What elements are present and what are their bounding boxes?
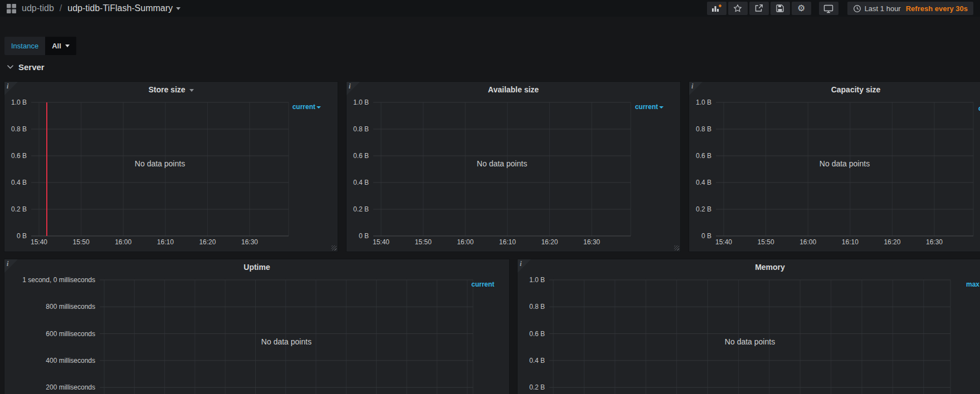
breadcrumb-group[interactable]: udp-tidb bbox=[22, 3, 54, 13]
x-tick-label: 16:10 bbox=[842, 238, 859, 246]
add-panel-icon bbox=[711, 4, 721, 13]
panel-title[interactable]: Store size bbox=[4, 85, 338, 94]
row-header-server[interactable]: Server bbox=[7, 62, 45, 72]
save-button[interactable] bbox=[771, 2, 790, 15]
star-button[interactable] bbox=[728, 2, 748, 15]
y-tick-label: 1.0 B bbox=[11, 98, 27, 106]
share-button[interactable] bbox=[749, 2, 769, 15]
breadcrumb: udp-tidb / udp-tidb-TiFlash-Summary bbox=[7, 3, 181, 13]
y-tick-label: 0.4 B bbox=[696, 179, 711, 186]
legend-current[interactable]: current bbox=[292, 103, 321, 111]
plot-area[interactable]: 1 second, 0 milliseconds800 milliseconds… bbox=[4, 259, 510, 394]
y-tick-label: 0.8 B bbox=[11, 125, 27, 133]
y-tick-label: 0.4 B bbox=[529, 357, 545, 365]
chevron-down-icon bbox=[7, 65, 14, 70]
panel-resize-handle[interactable] bbox=[674, 245, 679, 250]
y-tick-label: 0.4 B bbox=[353, 179, 369, 186]
y-tick-label: 0 B bbox=[17, 232, 27, 240]
settings-button[interactable]: ⚙ bbox=[792, 2, 811, 15]
x-tick-label: 15:50 bbox=[73, 238, 90, 246]
panel-capacity-size: 1.0 B0.8 B0.6 B0.4 B0.2 B0 B15:4015:5016… bbox=[689, 81, 980, 252]
legend-current[interactable]: current bbox=[471, 280, 494, 288]
chevron-down-icon bbox=[659, 106, 664, 109]
y-tick-label: 0.8 B bbox=[353, 125, 369, 133]
x-tick-label: 15:50 bbox=[758, 238, 774, 246]
plot-area[interactable]: 1.0 B0.8 B0.6 B0.4 B0.2 B bbox=[518, 259, 980, 394]
y-tick-label: 0.2 B bbox=[11, 205, 27, 213]
panel-available-size: 1.0 B0.8 B0.6 B0.4 B0.2 B0 B15:4015:5016… bbox=[346, 81, 681, 252]
x-tick-label: 15:40 bbox=[373, 238, 389, 246]
variable-label: Instance bbox=[4, 37, 45, 55]
time-picker-button[interactable]: Last 1 hour Refresh every 30s bbox=[847, 2, 973, 15]
y-tick-label: 400 milliseconds bbox=[46, 357, 95, 365]
x-tick-label: 16:20 bbox=[884, 238, 900, 246]
panel-title[interactable]: Memory bbox=[518, 263, 980, 272]
chevron-down-icon bbox=[316, 106, 321, 109]
cycle-view-button[interactable] bbox=[819, 2, 838, 15]
panel-resize-handle[interactable] bbox=[331, 245, 337, 250]
plot-area[interactable]: 1.0 B0.8 B0.6 B0.4 B0.2 B0 B15:4015:5016… bbox=[4, 82, 338, 252]
x-tick-label: 16:00 bbox=[799, 238, 816, 246]
y-tick-label: 0 B bbox=[359, 232, 369, 240]
panel-store-size: 1.0 B0.8 B0.6 B0.4 B0.2 B0 B15:4015:5016… bbox=[4, 81, 338, 252]
x-tick-label: 15:40 bbox=[715, 238, 732, 246]
star-icon bbox=[733, 4, 742, 13]
navbar-toolbar: ⚙ Last 1 hour Refresh every 30s bbox=[705, 2, 973, 15]
template-variables-row: Instance All bbox=[4, 37, 76, 55]
plot-area[interactable]: 1.0 B0.8 B0.6 B0.4 B0.2 B0 B15:4015:5016… bbox=[689, 82, 980, 252]
variable-value-text: All bbox=[52, 42, 61, 50]
y-tick-label: 1.0 B bbox=[353, 98, 369, 106]
refresh-interval-label: Refresh every 30s bbox=[906, 4, 968, 13]
add-panel-button[interactable] bbox=[707, 2, 727, 15]
x-tick-label: 15:50 bbox=[415, 238, 432, 246]
panel-memory: 1.0 B0.8 B0.6 B0.4 B0.2 B i Memory No da… bbox=[517, 259, 980, 394]
save-icon bbox=[776, 4, 784, 13]
clock-icon bbox=[853, 4, 861, 13]
monitor-icon bbox=[823, 4, 833, 13]
legend-current[interactable]: current bbox=[635, 103, 664, 111]
navbar: udp-tidb / udp-tidb-TiFlash-Summary bbox=[0, 0, 980, 17]
y-tick-label: 0.6 B bbox=[529, 330, 545, 338]
panel-title[interactable]: Available size bbox=[347, 85, 680, 94]
panel-title[interactable]: Capacity size bbox=[689, 85, 980, 94]
y-tick-label: 600 milliseconds bbox=[46, 330, 95, 338]
gear-icon: ⚙ bbox=[797, 4, 805, 13]
row-title: Server bbox=[18, 62, 45, 72]
y-tick-label: 1.0 B bbox=[529, 276, 545, 284]
y-tick-label: 0.2 B bbox=[529, 383, 545, 391]
y-tick-label: 200 milliseconds bbox=[46, 383, 95, 391]
y-tick-label: 0.2 B bbox=[696, 205, 711, 213]
dashboard-title[interactable]: udp-tidb-TiFlash-Summary bbox=[67, 3, 181, 13]
y-tick-label: 0.8 B bbox=[696, 125, 711, 133]
time-range-label: Last 1 hour bbox=[865, 4, 901, 13]
chevron-down-icon bbox=[65, 45, 70, 47]
y-tick-label: 800 milliseconds bbox=[46, 303, 95, 311]
x-tick-label: 16:10 bbox=[499, 238, 516, 246]
breadcrumb-separator: / bbox=[60, 3, 62, 13]
panel-title[interactable]: Uptime bbox=[4, 263, 509, 272]
x-tick-label: 15:40 bbox=[31, 238, 47, 246]
x-tick-label: 16:10 bbox=[157, 238, 174, 246]
legend-max[interactable]: max bbox=[966, 280, 979, 288]
share-icon bbox=[754, 4, 763, 13]
y-tick-label: 0.6 B bbox=[11, 152, 27, 160]
dashboards-grid-icon[interactable] bbox=[7, 4, 16, 13]
panel-uptime: 1 second, 0 milliseconds800 milliseconds… bbox=[4, 259, 510, 394]
y-tick-label: 0.4 B bbox=[11, 179, 27, 186]
x-tick-label: 16:20 bbox=[199, 238, 216, 246]
y-tick-label: 0.2 B bbox=[353, 205, 369, 213]
x-tick-label: 16:20 bbox=[541, 238, 558, 246]
y-tick-label: 0 B bbox=[701, 232, 711, 240]
plot-area[interactable]: 1.0 B0.8 B0.6 B0.4 B0.2 B0 B15:4015:5016… bbox=[347, 82, 681, 252]
y-tick-label: 1 second, 0 milliseconds bbox=[22, 276, 95, 284]
y-tick-label: 0.6 B bbox=[696, 152, 711, 160]
y-tick-label: 0.6 B bbox=[353, 152, 369, 160]
chevron-down-icon bbox=[176, 7, 181, 10]
y-tick-label: 1.0 B bbox=[696, 98, 711, 106]
y-tick-label: 0.8 B bbox=[529, 303, 545, 311]
x-tick-label: 16:00 bbox=[457, 238, 474, 246]
x-tick-label: 16:30 bbox=[583, 238, 600, 246]
chevron-down-icon bbox=[189, 89, 194, 92]
x-tick-label: 16:30 bbox=[241, 238, 258, 246]
variable-value-dropdown[interactable]: All bbox=[45, 37, 76, 55]
